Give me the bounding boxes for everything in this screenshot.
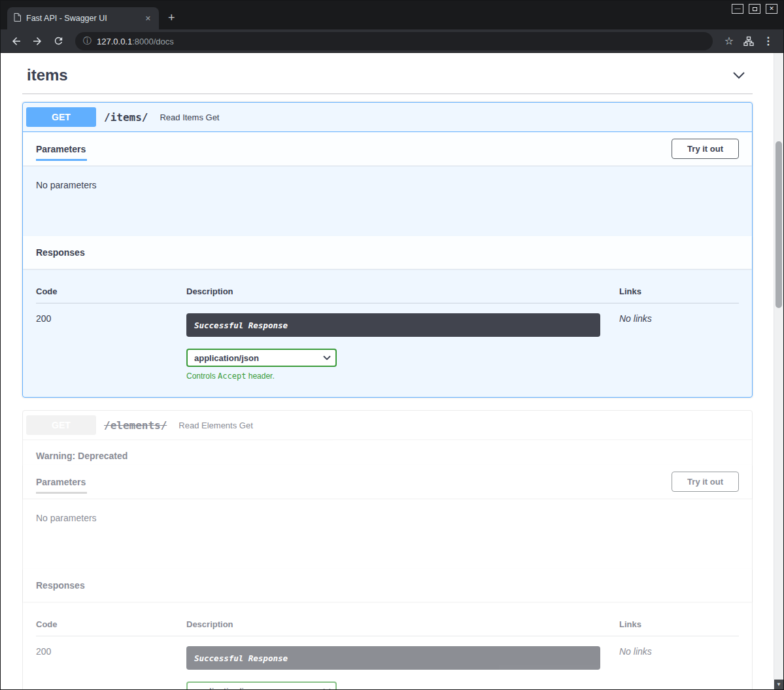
response-code: 200 [36,646,186,689]
accept-header-hint: Controls Accept header. [186,371,619,381]
description-column-header: Description [186,619,619,629]
opblock-body: Warning: Deprecated Parameters Try it ou… [23,440,752,689]
url-text: 127.0.0.1:8000/docs [97,35,174,47]
browser-tab[interactable]: Fast API - Swagger UI ✕ [7,7,159,29]
bookmark-star-icon[interactable]: ☆ [721,33,738,50]
url-host: 127.0.0.1 [97,37,132,46]
scrollbar[interactable]: ▼ [774,53,783,689]
opblock-get-elements-deprecated: GET /elements/ Read Elements Get Warning… [22,410,753,689]
scroll-down-icon: ▼ [776,682,781,687]
close-icon: ✕ [769,6,774,12]
network-hierarchy-icon[interactable] [740,33,757,50]
responses-header: Responses [23,236,752,269]
parameters-header: Parameters Try it out [23,465,752,498]
endpoint-path: /elements/ [104,419,167,432]
response-row: 200 Successful Response application/json [36,303,739,381]
tag-title: items [27,66,68,84]
page-content: items GET /items/ Read Items Get Paramet… [1,53,783,689]
chevron-down-icon [732,71,745,79]
media-type-select[interactable]: application/json [186,349,337,367]
back-button[interactable] [7,32,26,50]
tab-title: Fast API - Swagger UI [26,14,139,23]
response-description-text: Successful Response [194,320,288,330]
endpoint-summary: Read Items Get [160,112,219,122]
no-parameters-text: No parameters [36,513,97,523]
forward-button[interactable] [28,32,46,50]
tab-close-icon[interactable]: ✕ [144,14,152,24]
response-description-cell: Successful Response application/json [186,313,619,381]
window-close-button[interactable]: ✕ [766,4,777,14]
responses-title: Responses [36,247,85,258]
opblock-summary[interactable]: GET /elements/ Read Elements Get [23,411,752,440]
response-code: 200 [36,313,186,381]
window-maximize-button[interactable] [749,4,760,14]
links-column-header: Links [619,619,739,629]
response-links: No links [619,646,739,689]
responses-title: Responses [36,580,85,591]
code-column-header: Code [36,286,186,296]
try-it-out-button[interactable]: Try it out [672,472,739,492]
scroll-down-button[interactable]: ▼ [774,680,783,689]
swagger-page: items GET /items/ Read Items Get Paramet… [1,53,774,689]
minimize-icon: — [735,6,741,12]
parameters-body: No parameters [23,498,752,569]
responses-table-header: Code Description Links [36,279,739,303]
section-collapse-button[interactable] [730,69,748,82]
response-description-box: Successful Response [186,646,600,670]
response-row: 200 Successful Response application/json [36,636,739,689]
maximize-icon [753,7,757,11]
browser-window: Fast API - Swagger UI ✕ + — ✕ ⓘ 127.0.0.… [0,0,784,690]
tag-section-header: items [22,61,753,94]
description-column-header: Description [186,286,619,296]
links-column-header: Links [619,286,739,296]
endpoint-path: /items/ [104,111,148,124]
site-info-icon[interactable]: ⓘ [83,37,92,45]
window-minimize-button[interactable]: — [732,4,743,14]
page-favicon-icon [14,12,21,24]
reload-icon [53,35,64,46]
reload-button[interactable] [49,32,67,50]
response-description-cell: Successful Response application/json [186,646,619,689]
deprecated-warning: Warning: Deprecated [23,440,752,465]
parameters-tab[interactable]: Parameters [36,465,86,498]
opblock-summary[interactable]: GET /items/ Read Items Get [23,103,752,132]
code-column-header: Code [36,619,186,629]
responses-table-header: Code Description Links [36,612,739,636]
browser-toolbar: ⓘ 127.0.0.1:8000/docs ☆ ⋮ [1,29,783,53]
opblock-get-items: GET /items/ Read Items Get Parameters Tr… [22,102,753,398]
parameters-tab[interactable]: Parameters [36,132,86,165]
method-badge: GET [26,107,96,127]
responses-header: Responses [23,569,752,602]
response-description-text: Successful Response [194,653,288,663]
media-type-select-wrap: application/json [186,349,337,367]
parameters-body: No parameters [23,165,752,236]
response-description-box: Successful Response [186,313,600,337]
titlebar: Fast API - Swagger UI ✕ + — ✕ [1,1,783,29]
back-icon [10,35,22,47]
responses-table: Code Description Links 200 Successful Re… [23,269,752,397]
try-it-out-button[interactable]: Try it out [672,139,739,159]
scrollbar-thumb[interactable] [775,141,782,308]
window-controls: — ✕ [732,4,777,14]
browser-menu-icon[interactable]: ⋮ [760,33,777,50]
no-parameters-text: No parameters [36,180,97,190]
endpoint-summary: Read Elements Get [179,421,252,430]
media-type-select-wrap: application/json [186,681,337,689]
method-badge: GET [26,415,96,435]
response-links: No links [619,313,739,381]
forward-icon [31,35,43,47]
media-type-select[interactable]: application/json [186,681,337,689]
url-path: :8000/docs [132,37,174,46]
responses-table: Code Description Links 200 Successful Re… [23,602,752,689]
address-bar[interactable]: ⓘ 127.0.0.1:8000/docs [75,32,713,50]
parameters-header: Parameters Try it out [23,132,752,165]
new-tab-button[interactable]: + [168,12,175,24]
opblock-body: Parameters Try it out No parameters Resp… [23,132,752,397]
